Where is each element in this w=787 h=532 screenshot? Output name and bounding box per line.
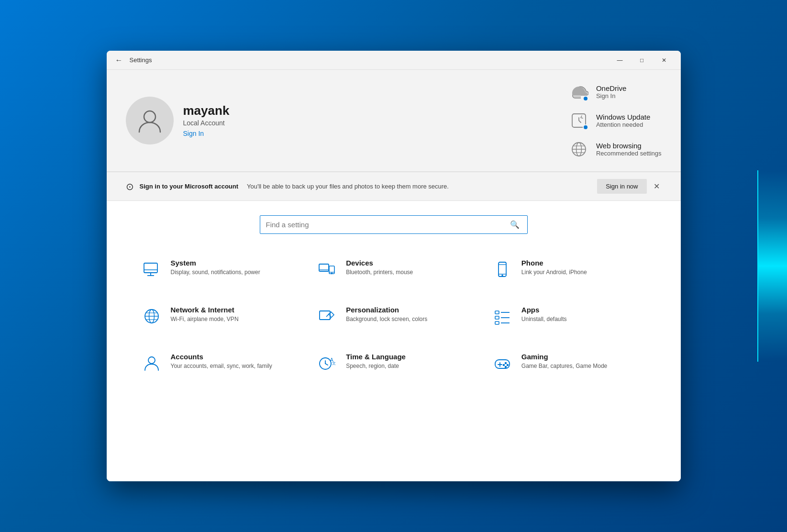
windows-update-icon-wrap [568,110,589,131]
notification-close-button[interactable]: ✕ [652,180,662,193]
devices-desc: Bluetooth, printers, mouse [346,268,413,277]
gaming-text: Gaming Game Bar, captures, Game Mode [521,353,607,370]
onedrive-badge [583,96,588,101]
accounts-title: Accounts [171,353,272,361]
web-browsing-subtitle: Recommended settings [596,150,662,157]
svg-line-26 [328,314,331,317]
svg-text:文: 文 [332,361,336,366]
phone-desc: Link your Android, iPhone [521,268,587,277]
windows-update-text: Windows Update Attention needed [596,113,650,128]
settings-item-phone[interactable]: Phone Link your Android, iPhone [486,253,652,286]
phone-title: Phone [521,259,587,267]
network-desc: Wi-Fi, airplane mode, VPN [171,315,239,323]
maximize-button[interactable]: □ [631,53,653,68]
notification-text: You'll be able to back up your files and… [247,183,449,190]
windows-update-subtitle: Attention needed [596,121,650,128]
settings-item-accounts[interactable]: Accounts Your accounts, email, sync, wor… [135,347,301,379]
svg-rect-29 [495,316,499,319]
system-desc: Display, sound, notifications, power [171,268,260,277]
title-bar: ← Settings — □ ✕ [107,51,681,70]
header-services: OneDrive Sign In Windows Update Attentio [568,81,662,160]
apps-title: Apps [521,306,567,314]
window-title: Settings [130,56,609,64]
windows-update-badge [583,124,588,130]
personalization-desc: Background, lock screen, colors [346,315,427,323]
sign-in-now-button[interactable]: Sign in now [597,179,646,194]
time-title: Time & Language [346,353,406,361]
onedrive-text: OneDrive Sign In [596,84,626,100]
network-icon [141,306,162,327]
svg-rect-11 [319,264,329,271]
search-container: 🔍 [135,215,652,234]
settings-item-personalization[interactable]: Personalization Background, lock screen,… [310,300,477,332]
web-browsing-service[interactable]: Web browsing Recommended settings [568,139,662,160]
gaming-title: Gaming [521,353,607,361]
phone-icon [492,259,513,280]
user-info: mayank Local Account Sign In [183,103,230,138]
settings-window: ← Settings — □ ✕ mayank Local Account Si… [107,51,681,481]
web-browsing-text: Web browsing Recommended settings [596,142,662,157]
onedrive-subtitle: Sign In [596,92,626,100]
notification-icon: ⊙ [126,181,134,192]
personalization-title: Personalization [346,306,427,314]
system-icon [141,259,162,280]
windows-update-service[interactable]: Windows Update Attention needed [568,110,662,131]
svg-rect-25 [320,311,330,320]
personalization-icon [316,306,337,327]
onedrive-service[interactable]: OneDrive Sign In [568,81,662,102]
system-text: System Display, sound, notifications, po… [171,259,260,277]
time-icon: A 文 [316,353,337,374]
svg-point-45 [505,366,506,368]
settings-item-apps[interactable]: Apps Uninstall, defaults [486,300,652,332]
personalization-text: Personalization Background, lock screen,… [346,306,427,323]
back-button[interactable]: ← [112,54,126,67]
gaming-icon [492,353,513,374]
svg-point-15 [332,273,333,274]
onedrive-icon-wrap [568,81,589,102]
svg-line-36 [325,364,328,365]
user-signin-link[interactable]: Sign In [183,130,204,137]
settings-item-time[interactable]: A 文 Time & Language Speech, region, date [310,347,477,379]
svg-point-43 [507,365,508,366]
onedrive-title: OneDrive [596,84,626,92]
devices-icon [316,259,337,280]
settings-grid: System Display, sound, notifications, po… [135,253,652,379]
devices-title: Devices [346,259,413,267]
user-name: mayank [183,103,230,118]
svg-rect-27 [495,311,499,314]
search-box: 🔍 [260,215,528,234]
network-title: Network & Internet [171,306,239,314]
network-text: Network & Internet Wi-Fi, airplane mode,… [171,306,239,323]
svg-rect-31 [495,321,499,324]
settings-item-devices[interactable]: Devices Bluetooth, printers, mouse [310,253,477,286]
notification-actions: Sign in now ✕ [597,179,661,194]
phone-text: Phone Link your Android, iPhone [521,259,587,277]
apps-icon [492,306,513,327]
devices-text: Devices Bluetooth, printers, mouse [346,259,413,277]
window-controls: — □ ✕ [609,53,675,68]
accounts-desc: Your accounts, email, sync, work, family [171,362,272,370]
accounts-text: Accounts Your accounts, email, sync, wor… [171,353,272,370]
user-avatar-icon [135,106,164,135]
search-input[interactable] [266,216,508,233]
windows-update-title: Windows Update [596,113,650,121]
gaming-desc: Game Bar, captures, Game Mode [521,362,607,370]
minimize-button[interactable]: — [609,53,631,68]
time-desc: Speech, region, date [346,362,406,370]
svg-point-44 [503,365,504,366]
svg-point-0 [144,111,155,122]
close-button[interactable]: ✕ [653,53,675,68]
web-browsing-icon [570,141,587,158]
web-browsing-icon-wrap [568,139,589,160]
accounts-icon [141,353,162,374]
settings-item-network[interactable]: Network & Internet Wi-Fi, airplane mode,… [135,300,301,332]
settings-item-gaming[interactable]: Gaming Game Bar, captures, Game Mode [486,347,652,379]
notification-banner: ⊙ Sign in to your Microsoft account You'… [107,172,681,201]
system-title: System [171,259,260,267]
main-content: 🔍 System Display, sound, notifications, [107,201,681,481]
apps-text: Apps Uninstall, defaults [521,306,567,323]
settings-item-system[interactable]: System Display, sound, notifications, po… [135,253,301,286]
svg-point-19 [502,275,503,276]
search-icon-button[interactable]: 🔍 [508,218,521,231]
apps-desc: Uninstall, defaults [521,315,567,323]
